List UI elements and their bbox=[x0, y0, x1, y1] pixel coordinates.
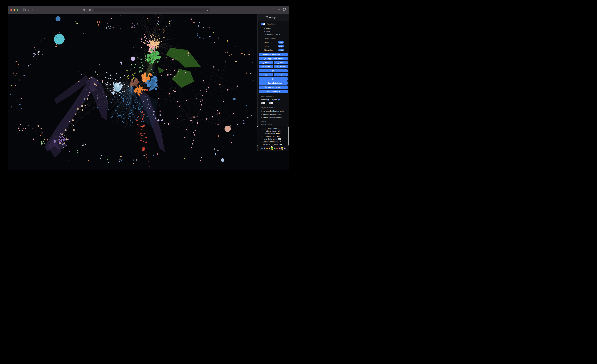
graph-node[interactable] bbox=[81, 74, 82, 75]
graph-node[interactable] bbox=[41, 39, 42, 41]
graph-node[interactable] bbox=[106, 84, 108, 85]
graph-node[interactable] bbox=[162, 119, 163, 121]
graph-node[interactable] bbox=[156, 48, 157, 49]
graph-node[interactable] bbox=[137, 124, 139, 125]
graph-node[interactable] bbox=[73, 125, 74, 126]
zoom-out-button[interactable]: zoom bbox=[259, 65, 273, 68]
graph-node[interactable] bbox=[118, 115, 119, 116]
graph-node[interactable] bbox=[121, 157, 122, 157]
graph-node[interactable] bbox=[21, 108, 22, 109]
graph-node[interactable] bbox=[236, 90, 237, 90]
graph-node[interactable] bbox=[145, 40, 146, 41]
graph-node[interactable] bbox=[100, 110, 100, 111]
graph-node[interactable] bbox=[169, 21, 170, 22]
graph-node[interactable] bbox=[16, 73, 17, 74]
graph-node[interactable] bbox=[157, 119, 160, 121]
graph-node[interactable] bbox=[202, 95, 203, 97]
graph-node[interactable] bbox=[188, 52, 189, 54]
graph-node[interactable] bbox=[148, 164, 149, 164]
graph-node[interactable] bbox=[132, 26, 133, 28]
graph-node[interactable] bbox=[83, 145, 84, 146]
graph-node[interactable] bbox=[140, 111, 141, 112]
graph-node[interactable] bbox=[154, 39, 155, 40]
graph-node[interactable] bbox=[158, 36, 159, 36]
graph-node[interactable] bbox=[138, 94, 140, 96]
graph-node[interactable] bbox=[169, 93, 170, 95]
graph-node[interactable] bbox=[140, 133, 141, 135]
graph-node[interactable] bbox=[41, 128, 42, 129]
graph-node[interactable] bbox=[61, 133, 63, 135]
graph-node[interactable] bbox=[158, 21, 159, 22]
graph-node[interactable] bbox=[200, 90, 201, 91]
graph-node[interactable] bbox=[201, 157, 202, 158]
graph-node[interactable] bbox=[128, 104, 129, 105]
graph-node[interactable] bbox=[42, 143, 43, 144]
graph-node[interactable] bbox=[113, 93, 113, 94]
graph-node[interactable] bbox=[83, 67, 84, 68]
graph-node[interactable] bbox=[41, 141, 42, 142]
graph-node[interactable] bbox=[120, 28, 121, 29]
graph-node[interactable] bbox=[213, 32, 214, 33]
graph-node[interactable] bbox=[136, 97, 137, 98]
graph-node[interactable] bbox=[146, 154, 147, 155]
graph-node[interactable] bbox=[18, 128, 19, 129]
graph-node[interactable] bbox=[107, 82, 108, 83]
new-tab-button[interactable] bbox=[278, 8, 280, 11]
graph-node[interactable] bbox=[116, 123, 117, 124]
graph-node[interactable] bbox=[73, 129, 75, 131]
graph-node[interactable] bbox=[151, 36, 151, 37]
graph-node[interactable] bbox=[35, 58, 37, 60]
graph-node[interactable] bbox=[153, 88, 154, 89]
graph-node[interactable] bbox=[124, 75, 125, 76]
graph-node[interactable] bbox=[119, 119, 120, 119]
graph-node[interactable] bbox=[154, 38, 155, 39]
graph-node[interactable] bbox=[94, 83, 96, 85]
graph-node[interactable] bbox=[171, 20, 172, 21]
graph-node[interactable] bbox=[63, 137, 64, 138]
graph-node[interactable] bbox=[41, 142, 42, 143]
graph-node[interactable] bbox=[154, 78, 156, 79]
graph-node[interactable] bbox=[111, 92, 113, 93]
graph-node[interactable] bbox=[199, 22, 200, 23]
graph-node[interactable] bbox=[63, 140, 65, 142]
graph-node[interactable] bbox=[132, 82, 134, 83]
graph-node[interactable] bbox=[158, 54, 159, 55]
graph-node[interactable] bbox=[145, 36, 146, 38]
graph-node[interactable] bbox=[115, 110, 116, 111]
pan-left-button[interactable] bbox=[259, 73, 273, 76]
graph-node[interactable] bbox=[123, 99, 125, 100]
graph-node[interactable] bbox=[133, 159, 134, 160]
graph-node[interactable] bbox=[83, 141, 83, 142]
graph-node[interactable] bbox=[252, 62, 253, 63]
graph-node[interactable] bbox=[149, 41, 150, 42]
graph-node[interactable] bbox=[152, 57, 153, 58]
graph-node[interactable] bbox=[36, 49, 36, 50]
graph-node[interactable] bbox=[115, 79, 116, 80]
graph-node[interactable] bbox=[82, 145, 83, 146]
graph-node[interactable] bbox=[145, 42, 145, 43]
graph-node[interactable] bbox=[96, 85, 97, 86]
graph-node[interactable] bbox=[190, 120, 192, 121]
graph-node[interactable] bbox=[66, 138, 68, 140]
graph-node[interactable] bbox=[212, 116, 213, 117]
zoom-window-button[interactable] bbox=[17, 9, 18, 11]
graph-node[interactable] bbox=[59, 139, 60, 140]
graph-node[interactable] bbox=[63, 149, 65, 150]
graph-node[interactable] bbox=[19, 104, 21, 106]
graph-node[interactable] bbox=[40, 135, 41, 136]
graph-node[interactable] bbox=[83, 143, 83, 144]
graph-node[interactable] bbox=[126, 70, 128, 71]
graph-node[interactable] bbox=[117, 106, 118, 107]
graph-node[interactable] bbox=[150, 41, 151, 41]
graph-node[interactable] bbox=[141, 59, 142, 60]
graph-node[interactable] bbox=[128, 75, 129, 76]
graph-node[interactable] bbox=[118, 81, 118, 82]
graph-node[interactable] bbox=[125, 103, 126, 104]
graph-node[interactable] bbox=[157, 61, 159, 63]
graph-node[interactable] bbox=[118, 88, 119, 90]
graph-node[interactable] bbox=[123, 101, 124, 102]
graph-node[interactable] bbox=[243, 120, 244, 121]
graph-node[interactable] bbox=[141, 68, 143, 69]
apply-metrics-dropdown[interactable]: Apply metrics ▾ bbox=[259, 90, 288, 93]
graph-node[interactable] bbox=[65, 38, 65, 38]
